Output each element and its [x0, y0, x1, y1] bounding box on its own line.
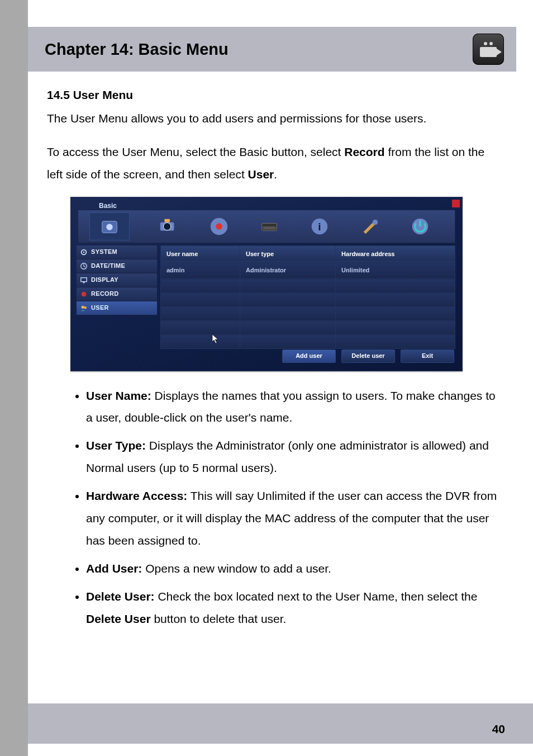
table-row[interactable]	[161, 279, 455, 293]
sidebar-item-system[interactable]: SYSTEM	[77, 245, 157, 259]
list-item: Delete User: Check the box located next …	[86, 585, 499, 630]
bullet-list: User Name: Displays the names that you a…	[47, 385, 499, 630]
table-row[interactable]	[161, 293, 455, 307]
desc-deleteuser-post: button to delete that user.	[151, 612, 287, 625]
gear-icon	[80, 248, 88, 256]
table-row[interactable]	[161, 307, 455, 321]
add-user-button[interactable]: Add user	[282, 349, 336, 363]
cell-hwaddress: Unlimited	[336, 262, 455, 279]
sidebar-item-record[interactable]: RECORD	[77, 287, 157, 301]
col-usertype: User type	[240, 245, 335, 262]
access-bold-user: User	[248, 168, 274, 181]
access-end: .	[274, 168, 277, 181]
col-hwaddress: Hardware address	[336, 245, 455, 262]
users-icon	[80, 304, 88, 312]
list-item: User Name: Displays the names that you a…	[86, 385, 499, 429]
content-area: 14.5 User Menu The User Menu allows you …	[47, 84, 499, 635]
tools-tab-icon[interactable]	[359, 216, 381, 237]
monitor-icon	[80, 276, 88, 284]
svg-rect-17	[83, 282, 85, 283]
desc-deleteuser-bold: Delete User	[86, 612, 151, 625]
sidebar-item-user[interactable]: USER	[77, 301, 157, 315]
access-bold-record: Record	[344, 145, 384, 158]
desc-usertype: Displays the Administrator (only one adm…	[86, 439, 489, 474]
dvr-sidebar: SYSTEM DATE/TIME DISPLAY RECORD USER	[77, 245, 157, 315]
svg-point-6	[216, 223, 222, 229]
sidebar-item-display[interactable]: DISPLAY	[77, 273, 157, 287]
list-item: Hardware Access: This will say Unlimited…	[86, 485, 499, 552]
term-usertype: User Type:	[86, 439, 146, 452]
svg-point-19	[82, 305, 84, 308]
exit-button[interactable]: Exit	[401, 349, 454, 363]
sidebar-item-datetime[interactable]: DATE/TIME	[77, 259, 157, 273]
sidebar-label: USER	[91, 302, 109, 314]
list-item: User Type: Displays the Administrator (o…	[86, 434, 499, 479]
table-row[interactable]	[161, 335, 455, 349]
sidebar-label: DISPLAY	[91, 274, 118, 286]
svg-rect-4	[164, 219, 170, 222]
dvr-tab-strip: i	[78, 210, 455, 243]
delete-user-button[interactable]: Delete user	[341, 349, 395, 363]
cursor-icon	[212, 334, 220, 344]
sidebar-label: SYSTEM	[91, 246, 117, 258]
chapter-title: Chapter 14: Basic Menu	[45, 40, 229, 59]
left-margin	[0, 0, 28, 756]
svg-rect-8	[263, 226, 276, 230]
sidebar-label: RECORD	[91, 288, 118, 300]
tab-basic[interactable]	[89, 212, 130, 240]
table-header-row: User name User type Hardware address	[161, 245, 455, 262]
desc-adduser: Opens a new window to add a user.	[142, 562, 331, 575]
cell-username: admin	[161, 262, 240, 279]
dvr-footer: Add user Delete user Exit	[282, 349, 454, 363]
assistant-icon	[98, 216, 121, 237]
svg-point-1	[106, 224, 112, 230]
svg-text:i: i	[318, 220, 321, 232]
chapter-header: Chapter 14: Basic Menu	[28, 27, 516, 72]
bottom-bar	[28, 703, 533, 744]
record-tab-icon[interactable]	[208, 216, 230, 237]
access-paragraph: To access the User Menu, select the Basi…	[47, 141, 499, 186]
table-row[interactable]: admin Administrator Unlimited	[161, 262, 455, 279]
svg-rect-16	[81, 277, 87, 281]
svg-point-3	[164, 223, 171, 230]
hdd-tab-icon[interactable]	[258, 216, 280, 237]
list-item: Add User: Opens a new window to add a us…	[86, 557, 499, 580]
svg-point-11	[373, 219, 378, 225]
section-heading: 14.5 User Menu	[47, 84, 499, 106]
access-pre: To access the User Menu, select the Basi…	[47, 145, 344, 158]
intro-paragraph: The User Menu allows you to add users an…	[47, 107, 499, 130]
camera-icon	[473, 34, 504, 65]
term-adduser: Add User:	[86, 562, 142, 575]
svg-point-20	[84, 306, 86, 309]
desc-deleteuser-pre: Check the box located next to the User N…	[155, 590, 478, 603]
user-table: User name User type Hardware address adm…	[160, 245, 455, 349]
term-username: User Name:	[86, 389, 151, 402]
col-username: User name	[161, 245, 240, 262]
clock-icon	[80, 262, 88, 270]
info-tab-icon[interactable]: i	[308, 216, 331, 237]
sidebar-label: DATE/TIME	[91, 260, 125, 272]
record-icon	[80, 290, 88, 298]
dvr-screenshot: Basic i SYSTEM DATE	[70, 197, 463, 371]
close-icon[interactable]	[452, 200, 460, 207]
page-number: 40	[492, 722, 505, 736]
term-hwaccess: Hardware Access:	[86, 489, 187, 502]
term-deleteuser: Delete User:	[86, 590, 155, 603]
svg-point-18	[82, 291, 87, 296]
power-tab-icon[interactable]	[409, 216, 431, 237]
table-row[interactable]	[161, 321, 455, 335]
camera-tab-icon[interactable]	[158, 216, 180, 237]
cell-usertype: Administrator	[240, 262, 335, 279]
svg-point-14	[83, 251, 85, 253]
